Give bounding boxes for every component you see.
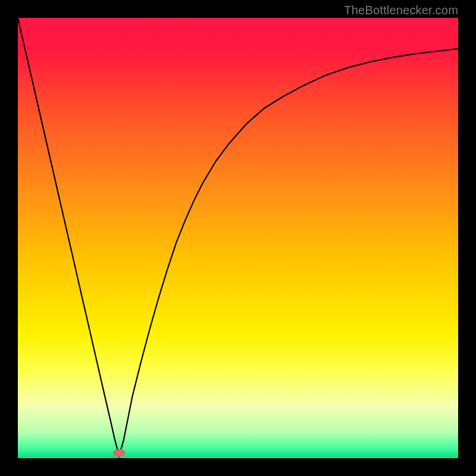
chart-svg — [18, 18, 458, 458]
chart-frame: TheBottlenecker.com — [0, 0, 476, 476]
gradient-background — [18, 18, 458, 458]
attribution-text: TheBottlenecker.com — [344, 4, 458, 17]
plot-area — [18, 18, 458, 458]
optimal-point-marker — [113, 449, 126, 456]
